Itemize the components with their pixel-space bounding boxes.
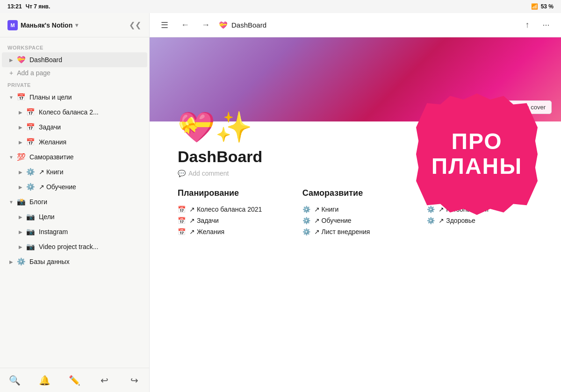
tasks-more-btn[interactable]: ···	[122, 122, 132, 132]
books-icon: ⚙️	[26, 168, 35, 176]
toggle-arrow-learning: ▶	[17, 183, 24, 191]
planning-item-wishes[interactable]: 📅 ↗ Желания	[178, 226, 284, 237]
back-button[interactable]: ←	[178, 18, 193, 33]
add-page-label: Add a page	[17, 69, 50, 77]
video-more-btn[interactable]: ···	[122, 242, 132, 252]
plans-add-btn[interactable]: +	[133, 92, 144, 102]
blogs-label: Блоги	[29, 198, 47, 206]
selfdev-add-btn[interactable]: +	[133, 152, 144, 162]
sidebar-item-databases[interactable]: ▶ ⚙️ Базы данных ··· +	[2, 254, 147, 269]
planning-wishes-icon: 📅	[178, 228, 186, 235]
balance-add-btn[interactable]: +	[133, 107, 144, 117]
databases-icon: ⚙️	[17, 257, 26, 266]
selfdev-icon: 💯	[17, 153, 26, 161]
status-day: Чт 7 янв.	[26, 3, 50, 10]
tasks-icon: 📅	[26, 123, 35, 131]
add-comment-label: Add comment	[188, 170, 229, 177]
redo-button[interactable]: ↪	[125, 371, 144, 390]
learning-icon: ⚙️	[26, 183, 35, 191]
more-options-button[interactable]: ···	[539, 18, 554, 33]
books-more-btn[interactable]: ···	[122, 167, 132, 177]
sidebar-item-blogs[interactable]: ▼ 📸 Блоги ··· +	[2, 194, 147, 209]
stamp-shape: ПРО ПЛАНЫ	[416, 93, 538, 215]
sidebar-item-dashboard[interactable]: ▶ 💝 DashBoard ··· +	[2, 52, 147, 67]
selfdev-item-implementation[interactable]: ⚙️ ↗ Лист внедрения	[302, 226, 409, 237]
sidebar-topbar: M Маньяк's Notion ▾ ❮❮	[0, 13, 149, 37]
share-button[interactable]: ↑	[520, 18, 535, 33]
undo-button[interactable]: ↩	[95, 371, 114, 390]
selfdev-item-books[interactable]: ⚙️ ↗ Книги	[302, 204, 409, 215]
sidebar-collapse-button[interactable]: ❮❮	[129, 19, 142, 32]
video-add-btn[interactable]: +	[133, 242, 144, 252]
tasks-add-btn[interactable]: +	[133, 122, 144, 132]
databases-add-btn[interactable]: +	[133, 257, 144, 267]
wishes-more-btn[interactable]: ···	[122, 137, 132, 147]
page-scroll: Change cover 💝✨ DashBoard ПРО ПЛАНЫ �	[150, 37, 561, 392]
balance-more-btn[interactable]: ···	[122, 107, 132, 117]
page-header: 💝✨ DashBoard ПРО ПЛАНЫ 💬 Add comment	[150, 112, 561, 177]
selfdev-more-btn[interactable]: ···	[122, 152, 132, 162]
toggle-arrow-video: ▶	[17, 243, 24, 250]
app-container: M Маньяк's Notion ▾ ❮❮ WORKSPACE ▶ 💝 Das…	[0, 13, 561, 392]
dashboard-more-btn[interactable]: ···	[122, 55, 132, 65]
databases-more-btn[interactable]: ···	[122, 257, 132, 267]
add-page-item[interactable]: + Add a page	[2, 67, 147, 78]
sidebar-item-wishes[interactable]: ▶ 📅 Желания ··· +	[11, 135, 147, 150]
search-button[interactable]: 🔍	[6, 371, 24, 390]
learning-add-btn[interactable]: +	[133, 182, 144, 192]
stamp-overlay: ПРО ПЛАНЫ	[411, 89, 542, 220]
balance-wheel-icon: 📅	[26, 108, 35, 116]
status-time: 13:21	[7, 3, 22, 10]
wishes-add-btn[interactable]: +	[133, 137, 144, 147]
planning-item-tasks[interactable]: 📅 ↗ Задачи	[178, 215, 284, 226]
plans-more-btn[interactable]: ···	[122, 92, 132, 102]
blogs-icon: 📸	[17, 198, 26, 206]
sidebar-item-tasks[interactable]: ▶ 📅 Задачи ··· +	[11, 120, 147, 135]
edit-button[interactable]: ✏️	[65, 371, 84, 390]
goals-more-btn[interactable]: ···	[122, 212, 132, 222]
toggle-arrow-dashboard: ▶	[7, 56, 15, 64]
selfdev-label: Саморазвитие	[29, 153, 74, 161]
blogs-add-btn[interactable]: +	[133, 197, 144, 207]
sidebar-item-instagram[interactable]: ▶ 📷 Instagram ··· +	[11, 224, 147, 239]
planning-balance-icon: 📅	[178, 206, 186, 213]
notifications-button[interactable]: 🔔	[36, 371, 54, 390]
sidebar-item-video-track[interactable]: ▶ 📷 Video project track... ··· +	[11, 239, 147, 254]
forward-button[interactable]: →	[198, 18, 213, 33]
sidebar-item-books[interactable]: ▶ ⚙️ ↗ Книги ··· +	[11, 164, 147, 179]
toggle-arrow-goals: ▶	[17, 213, 24, 221]
stamp-line1: ПРО	[432, 129, 523, 154]
selfdev-item-learning[interactable]: ⚙️ ↗ Обучение	[302, 215, 409, 226]
toggle-arrow-balance: ▶	[17, 108, 24, 116]
goals-label: Цели	[39, 213, 55, 221]
sidebar-item-plans[interactable]: ▼ 📅 Планы и цели ··· +	[2, 90, 147, 105]
sidebar: M Маньяк's Notion ▾ ❮❮ WORKSPACE ▶ 💝 Das…	[0, 13, 150, 392]
balance-wheel-label: Колесо баланса 2...	[39, 108, 99, 116]
workspace-name[interactable]: M Маньяк's Notion ▾	[7, 20, 78, 30]
blogs-more-btn[interactable]: ···	[122, 197, 132, 207]
sidebar-item-selfdev[interactable]: ▼ 💯 Саморазвитие ··· +	[2, 150, 147, 164]
books-add-btn[interactable]: +	[133, 167, 144, 177]
instagram-more-btn[interactable]: ···	[122, 227, 132, 237]
sidebar-item-learning[interactable]: ▶ ⚙️ ↗ Обучение ··· +	[11, 179, 147, 194]
dashboard-label: DashBoard	[29, 56, 62, 64]
dashboard-add-btn[interactable]: +	[133, 55, 144, 65]
tasks-label: Задачи	[39, 123, 61, 131]
sidebar-item-balance-wheel[interactable]: ▶ 📅 Колесо баланса 2... ··· +	[11, 105, 147, 120]
selfdev-section: Саморазвитие ⚙️ ↗ Книги ⚙️ ↗ Обучение ⚙️…	[302, 188, 409, 237]
menu-button[interactable]: ☰	[157, 18, 172, 33]
plans-icon: 📅	[17, 93, 26, 101]
planning-tasks-icon: 📅	[178, 217, 186, 224]
instagram-icon: 📷	[26, 228, 35, 236]
databases-label: Базы данных	[29, 258, 70, 265]
instagram-add-btn[interactable]: +	[133, 227, 144, 237]
goals-add-btn[interactable]: +	[133, 212, 144, 222]
learning-more-btn[interactable]: ···	[122, 182, 132, 192]
dashboard-icon: 💝	[17, 56, 26, 64]
selfdev-books-icon: ⚙️	[302, 206, 310, 213]
selfdev-section-heading: Саморазвитие	[302, 188, 409, 198]
sidebar-item-goals[interactable]: ▶ 📷 Цели ··· +	[11, 209, 147, 224]
topbar-page-title: DashBoard	[231, 21, 266, 29]
stamp-line2: ПЛАНЫ	[432, 154, 523, 179]
planning-item-balance[interactable]: 📅 ↗ Колесо баланса 2021	[178, 204, 284, 215]
